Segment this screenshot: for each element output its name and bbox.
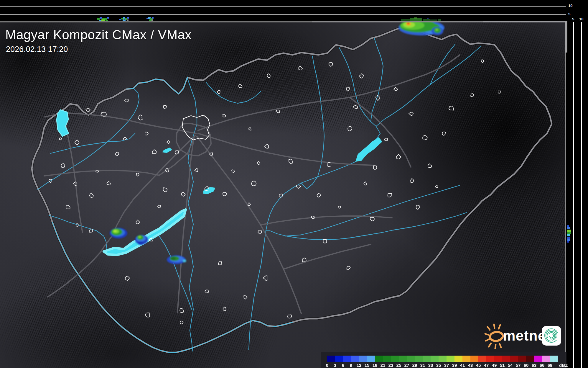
dbz-segment-3 (335, 356, 343, 362)
dbz-tick-21: 21 (379, 363, 387, 368)
dbz-segment-49 (494, 356, 502, 362)
top-panel-10km-label: 10 (568, 4, 572, 8)
dbz-segment-15 (367, 356, 375, 362)
dbz-unit-label: dBZ (559, 363, 568, 368)
dbz-tick-15: 15 (363, 363, 371, 368)
dbz-tick-39: 39 (450, 363, 459, 368)
dbz-tick-45: 45 (474, 363, 482, 368)
dbz-segment-27 (407, 356, 415, 362)
profile-echo-pixel (567, 234, 570, 236)
top-panel-10km-line (0, 6, 566, 7)
profile-echo-pixel (149, 19, 151, 21)
dbz-segment-9 (351, 356, 359, 362)
dbz-segment-21 (383, 356, 391, 362)
dbz-segment-51 (502, 356, 510, 362)
settlement-outlines (49, 60, 500, 324)
profile-echo-pixel (152, 17, 154, 19)
hungary-border (32, 27, 552, 352)
profile-echo-pixel (567, 237, 570, 239)
profile-echo-pixel (127, 19, 129, 21)
profile-echo-pixel (100, 17, 102, 19)
vmax-right-panel: 10 5 5 10 (566, 0, 588, 368)
dbz-segment-66 (542, 356, 550, 362)
map-top-border-light (483, 21, 566, 22)
dbz-tick-12: 12 (355, 363, 363, 368)
dbz-tick-27: 27 (403, 363, 411, 368)
dbz-segment-43 (470, 356, 478, 362)
dbz-tick-3: 3 (331, 363, 339, 368)
dbz-segment-37 (447, 356, 454, 362)
dbz-segment-69 (550, 356, 558, 362)
profile-echo-pixel (107, 17, 109, 19)
dbz-segment-63 (534, 356, 542, 362)
timestamp: 2026.02.13 17:20 (6, 45, 68, 54)
dbz-tick-69: 69 (546, 363, 554, 368)
dbz-segment-60 (526, 356, 534, 362)
profile-echo-pixel (430, 19, 437, 21)
map-top-border-mid (312, 21, 483, 22)
dbz-segment-39 (454, 356, 462, 362)
dbz-tick-47: 47 (482, 363, 490, 368)
dbz-tick-63: 63 (530, 363, 538, 368)
profile-echo-pixel (401, 19, 410, 21)
profile-echo-pixel (567, 241, 569, 243)
sun-icon (484, 323, 505, 349)
profile-echo-pixel (106, 20, 108, 21)
profile-echo-pixel (151, 19, 153, 21)
dbz-tick-66: 66 (538, 363, 546, 368)
dbz-segment-57 (518, 356, 526, 362)
profile-echo-pixel (410, 18, 422, 21)
dbz-tick-57: 57 (514, 363, 522, 368)
dbz-tick-9: 9 (347, 363, 355, 368)
map-vector-layer (0, 0, 588, 368)
dbz-tick-29: 29 (411, 363, 419, 368)
dbz-segment-41 (462, 356, 470, 362)
dbz-segment-45 (478, 356, 486, 362)
profile-echo-pixel (567, 239, 570, 241)
profile-echo-pixel (99, 20, 101, 21)
dbz-tick-54: 54 (506, 363, 514, 368)
right-panel-10km-line (581, 22, 582, 368)
dbz-segment-0 (327, 356, 335, 362)
profile-echo-pixel (567, 225, 569, 227)
profile-echo-pixel (567, 227, 570, 229)
dbz-segment-12 (359, 356, 367, 362)
lakes (57, 110, 382, 255)
right-panel-10km-label: 10 (579, 17, 583, 21)
map-right-border-light (565, 21, 567, 53)
dbz-tick-60: 60 (522, 363, 530, 368)
profile-echo-pixel (427, 18, 429, 19)
dbz-color-scale: dBZ 036912151821232527293133353739414345… (321, 352, 566, 368)
dbz-tick-41: 41 (458, 363, 467, 368)
rivers (38, 38, 480, 351)
spiral-icon (542, 326, 561, 346)
map-right-border (565, 21, 566, 368)
profile-echo-pixel (438, 19, 441, 21)
top-panel-5km-label: 5 (568, 12, 570, 16)
radar-composite-screen: 10 5 5 10 Magyar Kompozit CMax / VMax 20… (0, 0, 588, 368)
dbz-tick-31: 31 (419, 363, 427, 368)
metnet-logo[interactable]: metnet (484, 323, 562, 349)
roads (44, 55, 460, 313)
top-panel-5km-line (0, 14, 566, 15)
profile-echo-pixel (127, 17, 129, 19)
right-panel-5km-line (573, 22, 574, 368)
profile-echo-pixel (101, 19, 105, 21)
dbz-segment-54 (510, 356, 518, 362)
page-title: Magyar Kompozit CMax / VMax (5, 27, 192, 42)
dbz-segment-23 (391, 356, 399, 362)
metnet-app-icon (542, 326, 561, 346)
profile-echo-pixel (414, 17, 417, 19)
dbz-segment-25 (399, 356, 407, 362)
dbz-tick-43: 43 (466, 363, 475, 368)
dbz-tick-25: 25 (395, 363, 403, 368)
profile-echo-pixel (123, 19, 126, 21)
dbz-tick-33: 33 (426, 363, 435, 368)
right-panel-5km-label: 5 (572, 17, 574, 21)
dbz-tick-51: 51 (498, 363, 506, 368)
dbz-tick-0: 0 (323, 363, 331, 368)
vmax-top-panel (0, 0, 566, 21)
dbz-tick-37: 37 (442, 363, 451, 368)
dbz-segment-29 (415, 356, 423, 362)
dbz-segment-35 (439, 356, 447, 362)
